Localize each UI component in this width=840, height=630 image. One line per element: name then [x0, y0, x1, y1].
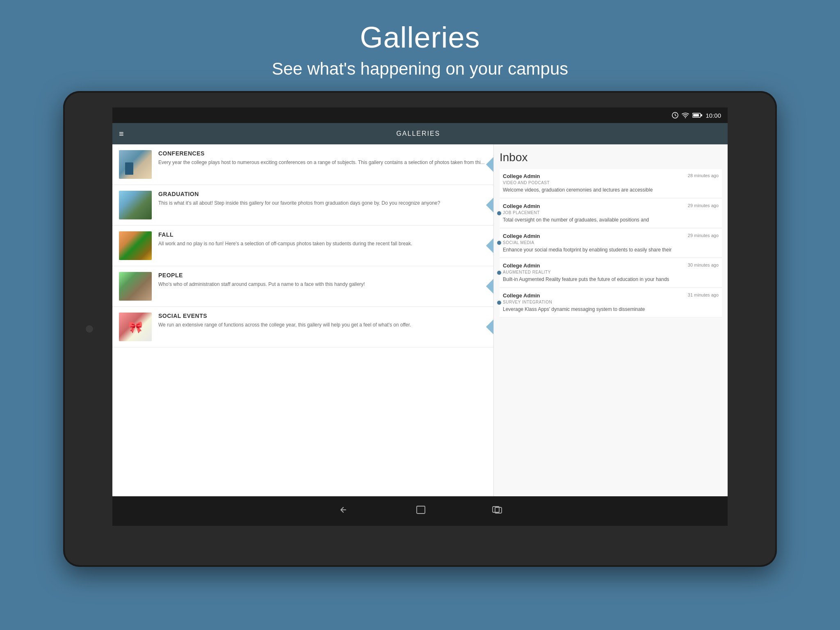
inbox-preview: Total oversight on the number of graduat… — [503, 217, 719, 224]
page-header: Galleries See what's happening on your c… — [272, 0, 568, 91]
inbox-time: 29 minutes ago — [688, 203, 719, 208]
inbox-item[interactable]: College Admin 28 minutes ago VIDEO AND P… — [500, 169, 722, 198]
status-bar: 10:00 — [112, 107, 728, 123]
tablet-outer-frame: 10:00 ≡ GALLERIES CONFERENCES Every year… — [63, 91, 777, 567]
conferences-title: CONFERENCES — [158, 150, 487, 157]
inbox-time: 31 minutes ago — [688, 292, 719, 297]
svg-point-3 — [685, 117, 686, 118]
inbox-preview: Welcome videos, graduation ceremonies an… — [503, 187, 719, 194]
people-title: PEOPLE — [158, 272, 487, 278]
inbox-time: 28 minutes ago — [688, 173, 719, 178]
inbox-category: SOCIAL MEDIA — [503, 240, 719, 245]
social-thumbnail — [119, 313, 152, 341]
battery-icon — [692, 113, 702, 118]
social-title: SOCIAL EVENTS — [158, 313, 487, 319]
inbox-item-header: College Admin 31 minutes ago — [503, 292, 719, 299]
app-bar-title: GALLERIES — [132, 130, 705, 137]
list-item[interactable]: PEOPLE Who's who of administration staff… — [112, 266, 493, 307]
graduation-title: GRADUATION — [158, 191, 487, 197]
fall-text: FALL All work and no play is no fun! Her… — [158, 231, 487, 247]
social-arrow — [486, 320, 493, 334]
inbox-item-header: College Admin 29 minutes ago — [503, 233, 719, 239]
gallery-list: CONFERENCES Every year the college plays… — [112, 144, 494, 496]
inbox-time: 29 minutes ago — [688, 233, 719, 238]
status-icons: 10:00 — [672, 112, 721, 119]
graduation-desc: This is what it's all about! Step inside… — [158, 200, 487, 207]
recent-apps-icon — [492, 505, 502, 515]
inbox-preview: Built-in Augmented Reality feature puts … — [503, 276, 719, 283]
conferences-text: CONFERENCES Every year the college plays… — [158, 150, 487, 166]
inbox-time: 30 minutes ago — [688, 262, 719, 267]
svg-rect-5 — [693, 114, 699, 116]
wifi-icon — [682, 112, 689, 118]
people-desc: Who's who of administration staff around… — [158, 281, 487, 288]
inbox-item[interactable]: College Admin 30 minutes ago AUGMENTED R… — [500, 258, 722, 288]
list-item[interactable]: SOCIAL EVENTS We run an extensive range … — [112, 307, 493, 347]
graduation-text: GRADUATION This is what it's all about! … — [158, 191, 487, 207]
inbox-sender: College Admin — [503, 173, 540, 179]
people-text: PEOPLE Who's who of administration staff… — [158, 272, 487, 288]
inbox-category: SURVEY INTEGRATION — [503, 300, 719, 304]
page-subtitle: See what's happening on your campus — [272, 59, 568, 79]
graduation-thumbnail — [119, 191, 152, 219]
inbox-preview: Enhance your social media footprint by e… — [503, 247, 719, 253]
hamburger-menu[interactable]: ≡ — [119, 129, 124, 139]
conferences-thumbnail — [119, 150, 152, 179]
conferences-arrow — [486, 157, 493, 172]
inbox-category: VIDEO AND PODCAST — [503, 180, 719, 185]
back-icon — [338, 505, 350, 515]
list-item[interactable]: GRADUATION This is what it's all about! … — [112, 185, 493, 226]
inbox-category: AUGMENTED REALITY — [503, 270, 719, 274]
graduation-arrow — [486, 198, 493, 212]
home-icon — [415, 505, 426, 515]
status-time: 10:00 — [705, 112, 721, 119]
inbox-sender: College Admin — [503, 203, 540, 209]
fall-desc: All work and no play is no fun! Here's a… — [158, 240, 487, 247]
list-item[interactable]: CONFERENCES Every year the college plays… — [112, 144, 493, 185]
app-bar: ≡ GALLERIES — [112, 123, 728, 144]
tablet-screen: 10:00 ≡ GALLERIES CONFERENCES Every year… — [112, 107, 728, 526]
nav-bar — [112, 496, 728, 526]
inbox-sender: College Admin — [503, 233, 540, 239]
svg-rect-7 — [417, 506, 425, 514]
fall-arrow — [486, 238, 493, 253]
back-button[interactable] — [338, 505, 350, 517]
people-arrow — [486, 279, 493, 294]
svg-line-2 — [675, 115, 676, 116]
tablet-camera — [86, 325, 93, 333]
inbox-category: JOB PLACEMENT — [503, 210, 719, 215]
inbox-item[interactable]: College Admin 29 minutes ago JOB PLACEME… — [500, 199, 722, 228]
recent-apps-button[interactable] — [492, 505, 502, 517]
people-thumbnail — [119, 272, 152, 301]
conferences-desc: Every year the college plays host to num… — [158, 159, 487, 166]
page-title: Galleries — [272, 21, 568, 54]
inbox-item-header: College Admin 30 minutes ago — [503, 262, 719, 269]
svg-rect-6 — [701, 114, 702, 116]
tablet-device: 10:00 ≡ GALLERIES CONFERENCES Every year… — [63, 91, 777, 567]
inbox-preview: Leverage Klass Apps' dynamic messaging s… — [503, 306, 719, 313]
inbox-item-header: College Admin 29 minutes ago — [503, 203, 719, 209]
home-button[interactable] — [415, 505, 426, 517]
inbox-title: Inbox — [500, 151, 722, 164]
inbox-sender: College Admin — [503, 262, 540, 269]
inbox-item[interactable]: College Admin 31 minutes ago SURVEY INTE… — [500, 288, 722, 317]
inbox-item[interactable]: College Admin 29 minutes ago SOCIAL MEDI… — [500, 229, 722, 258]
fall-thumbnail — [119, 231, 152, 260]
inbox-panel: Inbox College Admin 28 minutes ago VIDEO… — [494, 144, 728, 496]
social-text: SOCIAL EVENTS We run an extensive range … — [158, 313, 487, 329]
inbox-item-header: College Admin 28 minutes ago — [503, 173, 719, 179]
clock-icon — [672, 112, 678, 119]
social-desc: We run an extensive range of functions a… — [158, 322, 487, 329]
inbox-sender: College Admin — [503, 292, 540, 299]
fall-title: FALL — [158, 231, 487, 238]
content-area: CONFERENCES Every year the college plays… — [112, 144, 728, 496]
list-item[interactable]: FALL All work and no play is no fun! Her… — [112, 226, 493, 266]
